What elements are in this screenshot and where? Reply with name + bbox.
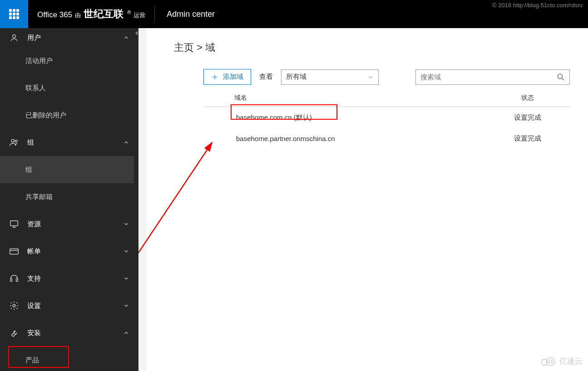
chevron-up-icon [123, 139, 129, 146]
domain-cell: basehome.partner.onmschina.cn [203, 135, 467, 142]
svg-point-1 [11, 139, 14, 142]
watermark-text: © 2018 http://blog.51cto.com/rdsrv [492, 2, 583, 9]
brand-suffix: ® [127, 10, 131, 15]
chevron-down-icon [123, 275, 129, 282]
chevron-down-icon [123, 303, 129, 309]
sidebar-subitem-deleted-users[interactable]: 已删除的用户 [0, 102, 138, 129]
toolbar: 添加域 查看 所有域 [203, 69, 588, 85]
sidebar-groups-label: 组 [27, 138, 34, 147]
search-input[interactable] [420, 73, 557, 81]
status-cell: 设置完成 [467, 113, 588, 122]
svg-rect-4 [10, 249, 18, 254]
sidebar-settings-label: 设置 [27, 302, 41, 310]
chevron-down-icon [123, 221, 129, 227]
billing-icon [9, 246, 19, 256]
breadcrumb-home[interactable]: 主页 [174, 42, 194, 53]
provider-badge: 亿速云 [540, 356, 583, 366]
sidebar-subitem-active-users[interactable]: 活动用户 [0, 47, 138, 74]
gear-icon [9, 301, 19, 311]
brand-operated: 运营 [133, 11, 145, 20]
resources-icon [9, 219, 19, 229]
sidebar-support-label: 支持 [27, 274, 41, 283]
sidebar-item-resources[interactable]: 资源 [0, 210, 138, 238]
support-icon [9, 273, 19, 283]
sidebar-subitem-shared-mailbox[interactable]: 共享邮箱 [0, 183, 138, 210]
brand-area: Office 365 由 世纪互联 ® 运营 [28, 7, 154, 21]
chevron-down-icon [367, 74, 374, 80]
search-icon[interactable] [557, 73, 565, 81]
add-domain-label: 添加域 [223, 73, 243, 81]
svg-rect-6 [16, 278, 18, 281]
brand-prefix: 由 [75, 11, 81, 20]
add-domain-button[interactable]: 添加域 [203, 69, 251, 85]
sidebar: 用户 活动用户 联系人 已删除的用户 组 组 共享邮箱 资源 [0, 28, 138, 371]
chevron-down-icon [123, 248, 129, 254]
chevron-up-icon [123, 34, 129, 41]
provider-badge-text: 亿速云 [559, 356, 583, 366]
table-header: 域名 状态 [203, 94, 588, 107]
sidebar-resources-label: 资源 [27, 220, 41, 229]
sidebar-item-users[interactable]: 用户 [0, 28, 138, 47]
svg-point-8 [558, 74, 563, 79]
svg-point-0 [13, 34, 16, 38]
search-box[interactable] [415, 69, 570, 85]
product-name: Office 365 [37, 10, 72, 20]
domain-cell: basehome.com.cn (默认) [203, 113, 467, 122]
sidebar-item-billing[interactable]: 帐单 [0, 238, 138, 265]
admin-center-label: Admin center [155, 10, 227, 19]
content-area: 主页 > 域 添加域 查看 所有域 [138, 28, 588, 371]
svg-point-7 [13, 304, 15, 307]
sidebar-subitem-contacts[interactable]: 联系人 [0, 74, 138, 102]
sidebar-subitem-products[interactable]: 产品 [0, 347, 138, 371]
breadcrumb-sep: > [197, 42, 203, 53]
col-header-domain[interactable]: 域名 [203, 94, 467, 102]
table-row[interactable]: basehome.com.cn (默认) 设置完成 [203, 107, 588, 128]
brand-cn: 世纪互联 [84, 7, 124, 21]
sidebar-subitem-groups[interactable]: 组 [0, 156, 138, 183]
svg-rect-3 [10, 221, 18, 226]
table-row[interactable]: basehome.partner.onmschina.cn 设置完成 [203, 128, 588, 149]
sidebar-item-setup[interactable]: 安装 [0, 319, 138, 347]
chevron-up-icon [123, 330, 129, 336]
sidebar-item-support[interactable]: 支持 [0, 265, 138, 292]
status-cell: 设置完成 [467, 134, 588, 143]
view-select[interactable]: 所有域 [281, 69, 379, 85]
sidebar-item-settings[interactable]: 设置 [0, 292, 138, 319]
col-header-status[interactable]: 状态 [467, 94, 588, 102]
sidebar-setup-label: 安装 [27, 329, 41, 337]
plus-icon [211, 73, 218, 81]
sidebar-collapse-handle[interactable] [134, 28, 138, 371]
wrench-icon [9, 328, 19, 338]
svg-rect-5 [10, 278, 12, 281]
svg-point-2 [15, 140, 17, 142]
view-select-value: 所有域 [286, 73, 306, 81]
app-launcher-icon[interactable] [0, 0, 28, 28]
sidebar-item-groups[interactable]: 组 [0, 129, 138, 156]
sidebar-billing-label: 帐单 [27, 247, 41, 256]
view-label: 查看 [259, 73, 273, 81]
breadcrumb-current: 域 [205, 42, 215, 53]
user-icon [9, 33, 19, 42]
sidebar-users-label: 用户 [27, 34, 41, 42]
breadcrumb: 主页 > 域 [174, 41, 588, 54]
svg-point-12 [549, 360, 553, 363]
group-icon [9, 137, 19, 147]
